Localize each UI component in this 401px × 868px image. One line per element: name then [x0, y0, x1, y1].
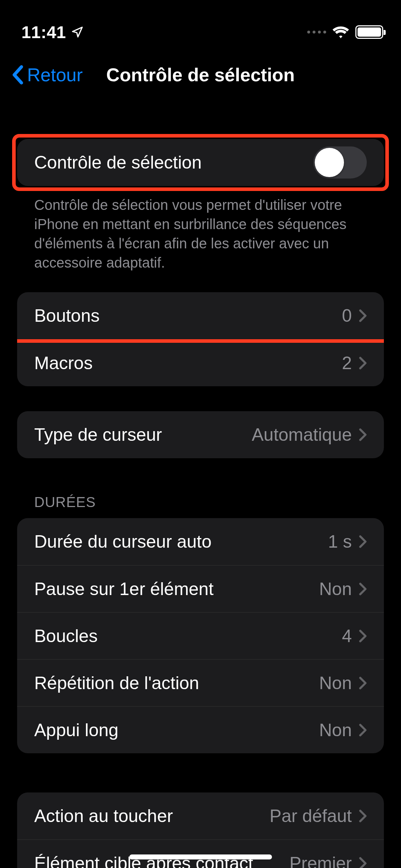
- chevron-right-icon: [359, 723, 367, 737]
- status-bar: 11:41: [0, 0, 401, 50]
- wifi-icon: [333, 26, 349, 38]
- row-right: Par défaut: [269, 806, 367, 826]
- row-label: Macros: [34, 353, 93, 373]
- group-cursor: Type de curseur Automatique: [17, 411, 384, 458]
- row-repeat-action[interactable]: Répétition de l'action Non: [17, 659, 384, 706]
- chevron-left-icon: [11, 65, 24, 84]
- toggle-knob: [315, 148, 344, 177]
- row-label: Appui long: [34, 720, 118, 740]
- chevron-right-icon: [359, 809, 367, 823]
- row-macros[interactable]: Macros 2: [17, 339, 384, 386]
- back-label: Retour: [27, 64, 83, 86]
- group-inputs: Boutons 0 Macros 2: [17, 292, 384, 386]
- battery-icon: [355, 25, 383, 39]
- row-label: Boutons: [34, 305, 99, 326]
- row-right: 0: [342, 305, 367, 326]
- row-right: 2: [342, 353, 367, 373]
- row-auto-cursor-duration[interactable]: Durée du curseur auto 1 s: [17, 518, 384, 565]
- row-switch-control[interactable]: Contrôle de sélection: [17, 139, 384, 186]
- row-value: Automatique: [252, 424, 352, 445]
- home-indicator[interactable]: [129, 854, 272, 859]
- status-left: 11:41: [21, 22, 84, 42]
- row-label: Contrôle de sélection: [34, 152, 202, 173]
- row-label: Pause sur 1er élément: [34, 579, 214, 599]
- row-target-after-contact[interactable]: Élément ciblé après contact Premier: [17, 839, 384, 868]
- highlight-switch-control: Contrôle de sélection: [17, 139, 384, 186]
- location-icon: [71, 26, 84, 38]
- group-durees: Durée du curseur auto 1 s Pause sur 1er …: [17, 518, 384, 753]
- status-right: [307, 25, 383, 39]
- chevron-right-icon: [359, 309, 367, 322]
- row-value: Non: [319, 579, 352, 599]
- row-label: Répétition de l'action: [34, 673, 199, 693]
- status-time: 11:41: [21, 22, 66, 42]
- row-pause-first[interactable]: Pause sur 1er élément Non: [17, 565, 384, 612]
- row-right: Non: [319, 579, 367, 599]
- chevron-right-icon: [359, 857, 367, 868]
- chevron-right-icon: [359, 356, 367, 370]
- row-label: Action au toucher: [34, 806, 173, 826]
- row-right: Non: [319, 720, 367, 740]
- chevron-right-icon: [359, 629, 367, 643]
- switch-description: Contrôle de sélection vous permet d'util…: [17, 186, 384, 281]
- content: Contrôle de sélection Contrôle de sélect…: [0, 100, 401, 868]
- row-right: 4: [342, 626, 367, 646]
- row-value: Premier: [289, 853, 352, 868]
- row-touch-action[interactable]: Action au toucher Par défaut: [17, 792, 384, 839]
- row-value: Non: [319, 673, 352, 693]
- row-value: 4: [342, 626, 352, 646]
- row-right: 1 s: [328, 531, 367, 552]
- nav-bar: Retour Contrôle de sélection: [0, 50, 401, 100]
- row-value: 1 s: [328, 531, 352, 552]
- row-label: Durée du curseur auto: [34, 531, 212, 552]
- row-cursor-type[interactable]: Type de curseur Automatique: [17, 411, 384, 458]
- chevron-right-icon: [359, 428, 367, 441]
- row-value: Non: [319, 720, 352, 740]
- row-label: Boucles: [34, 626, 98, 646]
- cellular-dots-icon: [307, 31, 326, 33]
- row-right: Premier: [289, 853, 367, 868]
- row-long-press[interactable]: Appui long Non: [17, 706, 384, 753]
- row-loops[interactable]: Boucles 4: [17, 612, 384, 659]
- back-button[interactable]: Retour: [11, 64, 83, 86]
- switch-control-toggle[interactable]: [313, 146, 367, 179]
- row-right: Non: [319, 673, 367, 693]
- row-boutons[interactable]: Boutons 0: [17, 292, 384, 339]
- row-label: Type de curseur: [34, 424, 162, 445]
- row-value: 2: [342, 353, 352, 373]
- row-value: 0: [342, 305, 352, 326]
- chevron-right-icon: [359, 535, 367, 548]
- chevron-right-icon: [359, 676, 367, 690]
- group-switch-control: Contrôle de sélection: [17, 139, 384, 186]
- row-right: Automatique: [252, 424, 367, 445]
- section-header-durees: DURÉES: [17, 483, 384, 518]
- row-value: Par défaut: [269, 806, 352, 826]
- chevron-right-icon: [359, 582, 367, 596]
